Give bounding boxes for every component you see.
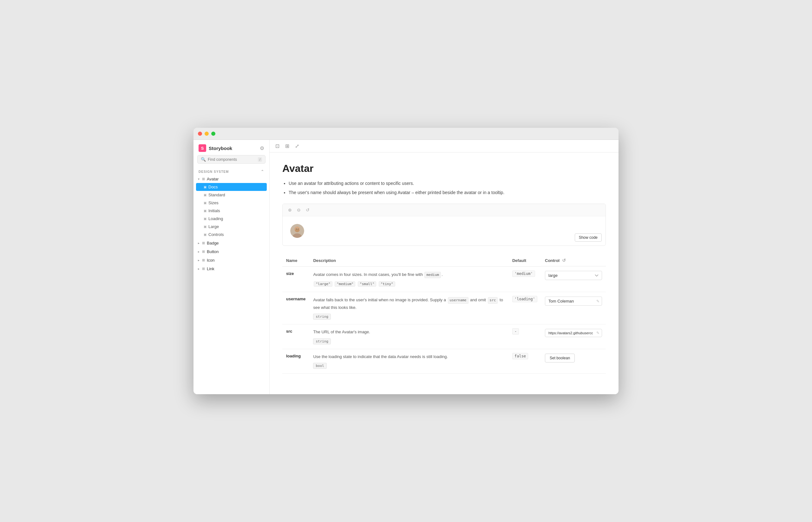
nav-item-docs-label: Docs [209, 185, 218, 189]
intro-bullets: Use an avatar for attributing actions or… [289, 180, 606, 196]
nav-group-icon: ▸ ⊞ Icon [194, 256, 269, 264]
prop-control-username-wrap: ✎ [545, 297, 602, 306]
search-input[interactable] [208, 157, 256, 162]
nav-group-button: ▸ ⊞ Button [194, 248, 269, 256]
minimize-button[interactable] [204, 132, 209, 136]
prop-desc-src: The URL of the Avatar's image. [313, 329, 504, 335]
prop-default-size: 'medium' [512, 270, 535, 277]
nav-group-avatar-header[interactable]: ▾ ⊞ Avatar [194, 175, 269, 183]
grid-view-icon[interactable]: ⊞ [284, 142, 291, 150]
chevron-right-icon: ▸ [198, 259, 199, 262]
preview-area: Show code [283, 216, 606, 245]
sidebar-item-loading[interactable]: ▣ Loading [194, 215, 269, 223]
svg-point-5 [298, 229, 298, 229]
prop-desc-username: Avatar falls back to the user's initial … [313, 297, 504, 310]
prop-control-username[interactable] [545, 297, 602, 306]
sidebar-item-controls[interactable]: ▣ Controls [194, 230, 269, 239]
sidebar-item-standard[interactable]: ▣ Standard [194, 191, 269, 199]
component-icon: ▣ [204, 233, 206, 236]
prop-control-size[interactable]: large medium small tiny [545, 271, 602, 280]
reset-controls-icon[interactable]: ↺ [562, 258, 566, 263]
search-icon: 🔍 [201, 157, 206, 162]
nav-group-link-header[interactable]: ▸ ⊞ Link [194, 265, 269, 273]
sidebar: S Storybook ⚙ 🔍 / DESIGN SYSTEM ⌃ ▾ ⊞ [194, 140, 270, 394]
grid-icon: ⊞ [202, 249, 205, 254]
nav-group-badge: ▸ ⊞ Badge [194, 239, 269, 247]
maximize-button[interactable] [211, 132, 215, 136]
table-row-loading: loading Use the loading state to indicat… [282, 349, 606, 374]
section-expand-icon[interactable]: ⌃ [261, 169, 264, 174]
nav-item-initials-label: Initials [209, 208, 220, 213]
sidebar-item-sizes[interactable]: ▣ Sizes [194, 199, 269, 207]
app-window: S Storybook ⚙ 🔍 / DESIGN SYSTEM ⌃ ▾ ⊞ [194, 128, 618, 394]
prop-control-loading-button[interactable]: Set boolean [545, 354, 575, 362]
prop-control-src-wrap: ✎ [545, 329, 602, 337]
preview-box: ⊕ ⊖ ↺ [282, 204, 606, 246]
grid-icon: ⊞ [202, 241, 205, 245]
nav-group-icon-header[interactable]: ▸ ⊞ Icon [194, 256, 269, 264]
nav-section-label: DESIGN SYSTEM ⌃ [194, 167, 269, 175]
edit-icon: ✎ [596, 299, 599, 303]
svg-point-3 [295, 229, 299, 232]
nav-group-link: ▸ ⊞ Link [194, 265, 269, 273]
prop-control-src[interactable] [545, 329, 602, 337]
close-button[interactable] [198, 132, 202, 136]
main-panel: ⊡ ⊞ ⤢ Avatar Use an avatar for attributi… [270, 140, 618, 394]
chevron-right-icon: ▸ [198, 241, 199, 245]
storybook-logo-icon: S [199, 144, 206, 152]
component-icon: ▣ [204, 193, 206, 197]
prop-name-src: src [286, 329, 293, 334]
sidebar-item-initials[interactable]: ▣ Initials [194, 207, 269, 215]
logo: S Storybook [199, 144, 232, 152]
nav-group-button-header[interactable]: ▸ ⊞ Button [194, 248, 269, 256]
fullscreen-icon[interactable]: ⤢ [294, 142, 300, 150]
avatar-preview [290, 224, 304, 238]
prop-name-username: username [286, 297, 305, 301]
grid-icon: ⊞ [202, 267, 205, 271]
table-row-src: src The URL of the Avatar's image. strin… [282, 324, 606, 349]
app-body: S Storybook ⚙ 🔍 / DESIGN SYSTEM ⌃ ▾ ⊞ [194, 140, 618, 394]
col-header-name: Name [282, 255, 309, 266]
show-code-button[interactable]: Show code [575, 234, 602, 242]
page-content: Avatar Use an avatar for attributing act… [270, 153, 618, 394]
props-table: Name Description Default Control ↺ [282, 255, 606, 374]
zoom-reset-icon[interactable]: ↺ [304, 206, 311, 214]
sidebar-header: S Storybook ⚙ [194, 140, 269, 155]
prop-type-username: string [313, 314, 331, 320]
preview-toolbar-top: ⊡ ⊞ ⤢ [270, 140, 618, 153]
settings-icon[interactable]: ⚙ [260, 145, 264, 151]
table-row-size: size Avatar comes in four sizes. In most… [282, 266, 606, 292]
doc-icon: ▣ [204, 185, 206, 189]
svg-point-4 [296, 229, 297, 229]
nav-item-standard-label: Standard [209, 193, 225, 197]
component-icon: ▣ [204, 209, 206, 213]
nav-group-icon-label: Icon [207, 258, 215, 263]
single-view-icon[interactable]: ⊡ [274, 142, 281, 150]
chevron-down-icon: ▾ [198, 177, 199, 181]
nav-group-badge-header[interactable]: ▸ ⊞ Badge [194, 239, 269, 247]
prop-name-size: size [286, 271, 294, 276]
component-icon: ▣ [204, 217, 206, 220]
search-bar[interactable]: 🔍 / [197, 155, 265, 164]
table-row-username: username Avatar falls back to the user's… [282, 292, 606, 324]
zoom-out-icon[interactable]: ⊖ [295, 206, 302, 214]
nav-group-link-label: Link [207, 266, 214, 271]
titlebar [194, 128, 618, 140]
prop-desc-size: Avatar comes in four sizes. In most case… [313, 271, 504, 279]
sidebar-item-large[interactable]: ▣ Large [194, 223, 269, 230]
col-header-description: Description [309, 255, 509, 266]
prop-desc-loading: Use the loading state to indicate that t… [313, 354, 504, 360]
prop-tags-size: "large" "medium" "small" "tiny" [313, 281, 504, 287]
chevron-right-icon: ▸ [198, 250, 199, 254]
grid-icon: ⊞ [202, 258, 205, 262]
component-icon: ▣ [204, 225, 206, 228]
prop-default-loading: false [512, 353, 528, 359]
sidebar-item-docs[interactable]: ▣ Docs [196, 183, 267, 191]
nav-group-button-label: Button [207, 249, 219, 254]
nav-group-avatar: ▾ ⊞ Avatar ▣ Docs ▣ Standard ▣ Sizes ▣ [194, 175, 269, 239]
preview-zoom-toolbar: ⊕ ⊖ ↺ [283, 204, 606, 216]
col-header-control: Control ↺ [541, 255, 606, 266]
nav-group-badge-label: Badge [207, 241, 219, 245]
bullet-2: The user's name should always be present… [289, 189, 606, 196]
zoom-in-icon[interactable]: ⊕ [286, 206, 293, 214]
